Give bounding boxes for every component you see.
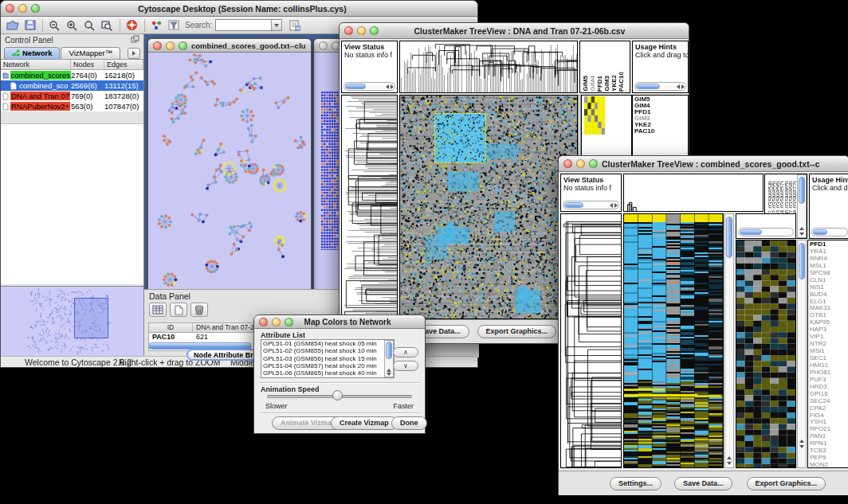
zoom-window-icon[interactable] bbox=[31, 4, 40, 13]
close-icon[interactable] bbox=[259, 318, 268, 326]
create-vizmap-button[interactable]: Create Vizmap bbox=[331, 416, 398, 430]
heatmap-panel[interactable] bbox=[399, 95, 578, 319]
close-icon[interactable] bbox=[319, 41, 328, 50]
move-up-button[interactable]: ∧ bbox=[393, 347, 418, 357]
pixel-zoom-canvas[interactable] bbox=[736, 240, 795, 467]
usage-hints-scrollbar[interactable] bbox=[634, 82, 686, 91]
heatmap-canvas[interactable] bbox=[624, 214, 723, 467]
column-dendrogram-panel[interactable] bbox=[399, 41, 578, 93]
network-overview-canvas[interactable] bbox=[1, 287, 143, 357]
zoom-fit-icon[interactable] bbox=[99, 18, 116, 33]
search-input[interactable] bbox=[215, 19, 282, 31]
zoom-window-icon[interactable] bbox=[589, 159, 598, 168]
float-panel-icon[interactable] bbox=[131, 35, 139, 45]
new-document-icon[interactable] bbox=[170, 303, 187, 317]
minimize-icon[interactable] bbox=[576, 159, 585, 168]
zoom-window-icon[interactable] bbox=[370, 26, 379, 35]
trash-icon[interactable] bbox=[190, 303, 208, 317]
network-row-dna-tran[interactable]: DNA and Tran 07 769(0) 183728(0) bbox=[1, 91, 143, 101]
report-icon[interactable] bbox=[286, 18, 303, 33]
network-overview-panel[interactable] bbox=[1, 286, 143, 357]
attribute-item[interactable]: GPL51-01 (GSM854) heat shock 05 min bbox=[261, 340, 384, 347]
close-icon[interactable] bbox=[153, 41, 162, 50]
search-dropdown-icon[interactable] bbox=[271, 20, 281, 30]
treeview1-titlebar[interactable]: ClusterMaker TreeView : DNA and Tran 07-… bbox=[340, 23, 689, 39]
tab-vizmapper[interactable]: VizMapper™ bbox=[61, 47, 120, 59]
attribute-item[interactable]: GPL51-03 (GSM856) heat shock 15 min bbox=[261, 355, 384, 362]
export-graphics-button[interactable]: Export Graphics... bbox=[477, 325, 557, 338]
slider-thumb[interactable] bbox=[332, 390, 343, 400]
row-dendrogram-canvas[interactable] bbox=[561, 214, 621, 467]
network-row-combined-scores[interactable]: combined_scores 2764(0) 16218(0) bbox=[1, 70, 143, 80]
zoom-window-icon[interactable] bbox=[179, 41, 187, 50]
minimize-icon[interactable] bbox=[357, 26, 366, 35]
column-labels-panel: GIM5GIM4PFD1GIM3YKE2PAC10 bbox=[579, 41, 630, 93]
usage-hints-title: Usage Hints bbox=[635, 43, 677, 51]
view-status-title: View Status bbox=[344, 43, 384, 51]
zoom-window-icon[interactable] bbox=[285, 318, 293, 326]
usage-hints-scrollbar[interactable] bbox=[811, 228, 848, 236]
attribute-table-icon[interactable] bbox=[149, 303, 167, 317]
view-status-message: No status info f bbox=[344, 51, 392, 59]
network-view-canvas[interactable] bbox=[148, 53, 311, 289]
main-titlebar[interactable]: Cytoscape Desktop (Session Name: collins… bbox=[1, 1, 477, 17]
tab-network[interactable]: Network bbox=[4, 47, 60, 59]
save-data-button[interactable]: Save Data... bbox=[674, 477, 732, 490]
treeview2-title: ClusterMaker TreeView : combined_scores_… bbox=[602, 159, 820, 169]
close-icon[interactable] bbox=[6, 4, 14, 13]
heatmap-canvas[interactable] bbox=[400, 96, 577, 318]
move-down-button[interactable]: ∨ bbox=[393, 361, 418, 371]
minimize-icon[interactable] bbox=[18, 4, 27, 13]
attribute-item[interactable]: GPL51-02 (GSM855) heat shock 10 min bbox=[261, 347, 384, 354]
column-dendrogram-canvas[interactable] bbox=[624, 174, 763, 211]
treeview2-titlebar[interactable]: ClusterMaker TreeView : combined_scores_… bbox=[559, 156, 848, 172]
attribute-item[interactable]: GPL51-06 (GSM865) heat shock 40 min bbox=[261, 369, 384, 377]
help-lifering-icon[interactable] bbox=[124, 18, 140, 33]
view-status-title: View Status bbox=[563, 176, 603, 184]
minimize-icon[interactable] bbox=[272, 318, 281, 326]
network-row-rnapuber[interactable]: RNAPuberNov2+ 563(0) 107847(0) bbox=[1, 101, 143, 111]
network-row-combined-sco[interactable]: combined_sco 2569(6) 13112(15) bbox=[1, 80, 143, 91]
desktop-background: { "colors": { "selection_blue": "#3471d3… bbox=[0, 0, 848, 504]
zoom-in-icon[interactable] bbox=[64, 18, 80, 33]
heatmap-panel[interactable] bbox=[623, 213, 724, 468]
zoom-out-icon[interactable] bbox=[46, 18, 63, 33]
heatmap-vertical-scrollbar[interactable] bbox=[724, 213, 734, 468]
dialog-title: Map Colors to Network bbox=[297, 318, 398, 326]
view-status-scrollbar[interactable] bbox=[344, 82, 395, 91]
zoom-selected-icon[interactable] bbox=[81, 18, 98, 33]
close-icon[interactable] bbox=[563, 159, 572, 168]
row-dendrogram-panel[interactable] bbox=[341, 95, 398, 319]
row-dendrogram-panel[interactable] bbox=[560, 213, 622, 468]
network-window-title: combined_scores_good.txt--cluste... bbox=[191, 41, 306, 50]
vizmapper-icon[interactable] bbox=[148, 18, 165, 33]
attribute-item[interactable]: GPL51-07 (GSM868) heat shock 60 min bbox=[261, 377, 384, 377]
open-file-icon[interactable] bbox=[4, 18, 21, 33]
minimize-icon[interactable] bbox=[166, 41, 175, 50]
tab-overflow-arrow[interactable] bbox=[128, 48, 140, 59]
correlation-matrix-canvas[interactable] bbox=[584, 96, 605, 135]
treeview1-title: ClusterMaker TreeView : DNA and Tran 07-… bbox=[383, 26, 657, 36]
pixel-zoom-panel[interactable] bbox=[736, 240, 796, 468]
network-window-1[interactable]: combined_scores_good.txt--cluste... bbox=[147, 38, 312, 289]
view-status-panel: View StatusNo status info f bbox=[560, 174, 622, 212]
column-dendrogram-panel[interactable] bbox=[623, 174, 764, 212]
row-dendrogram-canvas[interactable] bbox=[342, 96, 397, 318]
close-icon[interactable] bbox=[344, 26, 353, 35]
attribute-item[interactable]: GPL51-04 (GSM857) heat shock 20 min bbox=[261, 362, 384, 369]
column-dendrogram-canvas[interactable] bbox=[400, 41, 577, 92]
column-labels-scrollbar[interactable] bbox=[797, 174, 807, 238]
view-status-scrollbar[interactable] bbox=[563, 201, 619, 209]
zoom-strip-scrollbar[interactable] bbox=[738, 228, 794, 236]
filter-icon[interactable] bbox=[166, 18, 183, 33]
slower-label: Slower bbox=[265, 402, 288, 410]
gene-list-scrollbar[interactable] bbox=[797, 240, 807, 468]
attribute-list-scrollbar[interactable] bbox=[384, 340, 394, 377]
done-button[interactable]: Done bbox=[391, 416, 427, 430]
dialog-titlebar[interactable]: Map Colors to Network bbox=[254, 315, 425, 329]
save-icon[interactable] bbox=[22, 18, 38, 33]
export-graphics-button[interactable]: Export Graphics... bbox=[747, 477, 826, 490]
usage-hints-message: Click and drag to bbox=[635, 51, 689, 59]
row-label: PAC10 bbox=[634, 128, 688, 135]
settings-button[interactable]: Settings... bbox=[610, 477, 662, 490]
